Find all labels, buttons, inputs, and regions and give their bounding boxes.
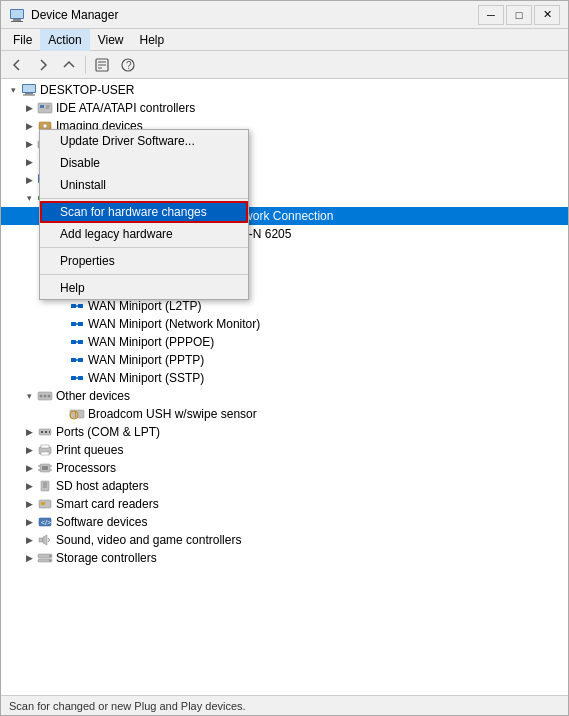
svg-point-68 [48,395,51,398]
mice-expand[interactable]: ▶ [21,154,37,170]
sd-icon [37,478,53,494]
tree-other[interactable]: ▾ Other devices [1,387,568,405]
svg-rect-12 [25,93,33,95]
keyboards-expand[interactable]: ▶ [21,136,37,152]
tree-storage[interactable]: ▶ Storage controllers [1,549,568,567]
processors-expand[interactable]: ▶ [21,460,37,476]
menu-help[interactable]: Help [132,29,173,51]
ide-label: IDE ATA/ATAPI controllers [56,101,195,115]
minimize-button[interactable]: ─ [478,5,504,25]
menu-uninstall[interactable]: Uninstall [40,174,248,196]
tree-sound[interactable]: ▶ Sound, video and game controllers [1,531,568,549]
svg-rect-51 [78,304,83,308]
tree-sd[interactable]: ▶ SD host adapters [1,477,568,495]
maximize-button[interactable]: □ [506,5,532,25]
other-icon [37,388,53,404]
toolbar-forward-btn[interactable] [31,54,55,76]
menu-properties[interactable]: Properties [40,250,248,272]
svg-text:?: ? [126,60,132,71]
software-dev-expand[interactable]: ▶ [21,514,37,530]
root-expand-icon[interactable]: ▾ [5,82,21,98]
software-dev-label: Software devices [56,515,147,529]
toolbar-up-btn[interactable] [57,54,81,76]
imaging-expand[interactable]: ▶ [21,118,37,134]
ports-expand[interactable]: ▶ [21,424,37,440]
svg-rect-1 [13,19,21,21]
processors-label: Processors [56,461,116,475]
svg-rect-56 [71,340,76,344]
storage-expand[interactable]: ▶ [21,550,37,566]
ide-icon [37,100,53,116]
svg-rect-2 [11,21,23,22]
menu-help-item[interactable]: Help [40,277,248,299]
svg-rect-90 [41,502,45,505]
sd-expand[interactable]: ▶ [21,478,37,494]
wan-pptp-label: WAN Miniport (PPTP) [88,353,204,367]
tree-smartcard[interactable]: ▶ Smart card readers [1,495,568,513]
device-manager-window: Device Manager ─ □ ✕ File Action View He… [0,0,569,716]
svg-rect-93 [39,538,43,542]
menu-action[interactable]: Action [40,29,89,51]
tree-print[interactable]: ▶ Print queues [1,441,568,459]
menu-view[interactable]: View [90,29,132,51]
status-text: Scan for changed or new Plug and Play de… [9,700,246,712]
tree-processors[interactable]: ▶ Processors [1,459,568,477]
menu-scan-hardware[interactable]: Scan for hardware changes [40,201,248,223]
ports-label: Ports (COM & LPT) [56,425,160,439]
menu-update-driver[interactable]: Update Driver Software... [40,130,248,152]
svg-rect-60 [78,358,83,362]
menu-sep3 [40,274,248,275]
tree-ports[interactable]: ▶ Ports (COM & LPT) [1,423,568,441]
root-label: DESKTOP-USER [40,83,134,97]
svg-point-19 [43,124,47,128]
menu-disable[interactable]: Disable [40,152,248,174]
tree-ide[interactable]: ▶ IDE ATA/ATAPI controllers [1,99,568,117]
sd-label: SD host adapters [56,479,149,493]
svg-rect-54 [78,322,83,326]
tree-wan-pptp[interactable]: ▶ WAN Miniport (PPTP) [1,351,568,369]
tree-wan-netmon[interactable]: ▶ WAN Miniport (Network Monitor) [1,315,568,333]
processors-icon [37,460,53,476]
svg-rect-59 [71,358,76,362]
sound-icon [37,532,53,548]
status-bar: Scan for changed or new Plug and Play de… [1,695,568,715]
svg-point-96 [49,555,51,557]
svg-rect-3 [11,10,23,18]
smartcard-icon [37,496,53,512]
toolbar-help-btn[interactable]: ? [116,54,140,76]
ports-icon [37,424,53,440]
tree-wan-pppoe[interactable]: ▶ WAN Miniport (PPPOE) [1,333,568,351]
svg-rect-74 [45,431,47,433]
svg-rect-80 [42,466,48,470]
other-expand[interactable]: ▾ [21,388,37,404]
tree-root[interactable]: ▾ DESKTOP-USER [1,81,568,99]
other-label: Other devices [56,389,130,403]
svg-rect-75 [49,431,50,433]
network-expand[interactable]: ▾ [21,190,37,206]
svg-rect-11 [23,85,35,92]
svg-rect-57 [78,340,83,344]
toolbar-back-btn[interactable] [5,54,29,76]
tree-wan-sstp[interactable]: ▶ WAN Miniport (SSTP) [1,369,568,387]
tree-broadcom[interactable]: ▶ ! Broadcom USH w/swipe sensor [1,405,568,423]
menu-file[interactable]: File [5,29,40,51]
storage-label: Storage controllers [56,551,157,565]
monitors-expand[interactable]: ▶ [21,172,37,188]
print-expand[interactable]: ▶ [21,442,37,458]
software-dev-icon: </> [37,514,53,530]
wan-pptp-icon [69,352,85,368]
sound-expand[interactable]: ▶ [21,532,37,548]
wan-netmon-icon [69,316,85,332]
menu-add-legacy[interactable]: Add legacy hardware [40,223,248,245]
root-computer-icon [21,82,37,98]
title-bar: Device Manager ─ □ ✕ [1,1,568,29]
ide-expand[interactable]: ▶ [21,100,37,116]
window-title: Device Manager [31,8,118,22]
smartcard-expand[interactable]: ▶ [21,496,37,512]
close-button[interactable]: ✕ [534,5,560,25]
toolbar-properties-btn[interactable] [90,54,114,76]
tree-software-dev[interactable]: ▶ </> Software devices [1,513,568,531]
menu-sep1 [40,198,248,199]
wan-l2tp-label: WAN Miniport (L2TP) [88,299,202,313]
broadcom-label: Broadcom USH w/swipe sensor [88,407,257,421]
